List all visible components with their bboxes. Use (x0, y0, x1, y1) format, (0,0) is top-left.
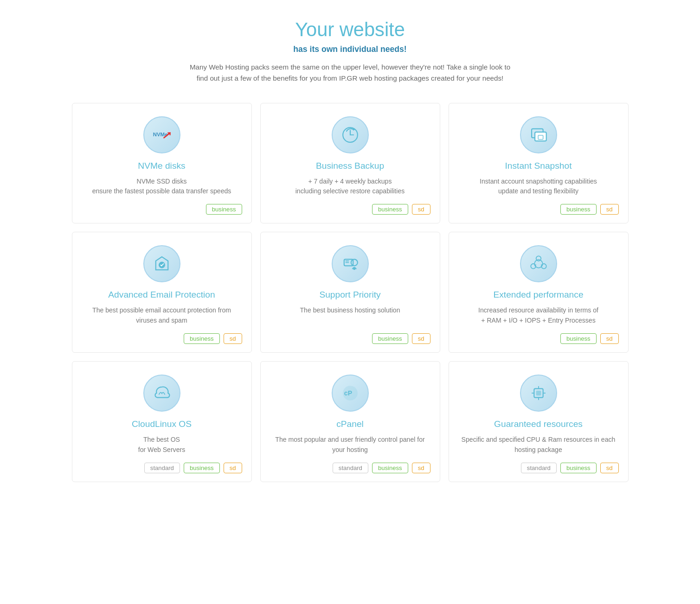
tag-sd[interactable]: sd (412, 204, 430, 215)
card-advanced-email-protection: Advanced Email ProtectionThe best possib… (72, 232, 252, 353)
tag-standard[interactable]: standard (333, 463, 368, 473)
svg-point-8 (353, 267, 355, 270)
email-protection-icon (143, 245, 180, 282)
card-description-cpanel: The most popular and user friendly contr… (270, 435, 430, 455)
card-title-support-priority: Support Priority (319, 290, 380, 300)
card-cpanel: cP cPanelThe most popular and user frien… (260, 361, 440, 482)
card-description-nvme-disks: NVMe SSD disksensure the fastest possibl… (92, 177, 231, 197)
svg-point-10 (536, 256, 541, 261)
svg-text:cP: cP (344, 389, 352, 397)
card-business-backup: Business Backup+ 7 daily + 4 weekly back… (260, 103, 440, 224)
card-support-priority: Support PriorityThe best business hostin… (260, 232, 440, 353)
tag-business[interactable]: business (372, 463, 408, 473)
snapshot-icon (520, 116, 557, 153)
card-tags-nvme-disks: business (82, 204, 242, 215)
card-tags-cloudlinux-os: standardbusinesssd (82, 463, 242, 473)
card-tags-cpanel: standardbusinesssd (270, 463, 430, 473)
card-title-nvme-disks: NVMe disks (138, 161, 185, 171)
backup-icon (332, 116, 369, 153)
support-icon (332, 245, 369, 282)
card-title-extended-performance: Extended performance (493, 290, 583, 300)
card-description-cloudlinux-os: The best OSfor Web Servers (138, 435, 185, 455)
card-title-business-backup: Business Backup (316, 161, 384, 171)
svg-line-14 (541, 265, 541, 265)
card-description-guaranteed-resources: Specific and specified CPU & Ram resourc… (458, 435, 619, 455)
page-description: Many Web Hosting packs seem the same on … (188, 62, 513, 84)
tag-sd[interactable]: sd (600, 463, 619, 473)
card-extended-performance: Extended performanceIncreased resource a… (449, 232, 629, 353)
card-description-support-priority: The best business hosting solution (300, 305, 400, 326)
cloudlinux-icon (143, 375, 180, 412)
card-tags-guaranteed-resources: standardbusinesssd (458, 463, 619, 473)
tag-sd[interactable]: sd (412, 333, 430, 344)
card-description-extended-performance: Increased resource availability in terms… (478, 305, 598, 326)
card-tags-support-priority: businesssd (270, 333, 430, 344)
card-tags-business-backup: businesssd (270, 204, 430, 215)
tag-business[interactable]: business (184, 333, 220, 344)
tag-business[interactable]: business (372, 204, 408, 215)
tag-standard[interactable]: standard (521, 463, 557, 473)
page-subtitle: has its own individual needs! (9, 45, 691, 54)
tag-business[interactable]: business (184, 463, 220, 473)
tag-business[interactable]: business (560, 204, 597, 215)
card-tags-advanced-email-protection: businesssd (82, 333, 242, 344)
tag-sd[interactable]: sd (224, 463, 242, 473)
card-title-instant-snapshot: Instant Snapshot (505, 161, 572, 171)
page-title: Your website (9, 19, 691, 41)
card-title-cpanel: cPanel (336, 419, 364, 429)
nvme-icon: NVMe (143, 116, 180, 153)
svg-rect-19 (536, 391, 541, 396)
card-nvme-disks: NVMe NVMe disksNVMe SSD disksensure the … (72, 103, 252, 224)
card-description-business-backup: + 7 daily + 4 weekly backupsincluding se… (295, 177, 405, 197)
card-title-cloudlinux-os: CloudLinux OS (132, 419, 192, 429)
card-guaranteed-resources: Guaranteed resourcesSpecific and specifi… (449, 361, 629, 482)
page-header: Your website has its own individual need… (9, 19, 691, 84)
cards-grid: NVMe NVMe disksNVMe SSD disksensure the … (72, 103, 629, 482)
card-description-instant-snapshot: Instant account snapshotting capabilitie… (480, 177, 597, 197)
tag-sd[interactable]: sd (224, 333, 242, 344)
performance-icon (520, 245, 557, 282)
card-title-guaranteed-resources: Guaranteed resources (494, 419, 583, 429)
svg-point-7 (351, 260, 357, 266)
tag-business[interactable]: business (560, 333, 597, 344)
card-cloudlinux-os: CloudLinux OSThe best OSfor Web Serverss… (72, 361, 252, 482)
card-title-advanced-email-protection: Advanced Email Protection (108, 290, 215, 300)
tag-sd[interactable]: sd (600, 204, 619, 215)
card-tags-extended-performance: businesssd (458, 333, 619, 344)
tag-business[interactable]: business (372, 333, 408, 344)
cpanel-icon: cP (332, 375, 369, 412)
tag-standard[interactable]: standard (144, 463, 180, 473)
card-instant-snapshot: Instant SnapshotInstant account snapshot… (449, 103, 629, 224)
card-description-advanced-email-protection: The best possible email account protecti… (82, 305, 242, 326)
tag-business[interactable]: business (560, 463, 597, 473)
svg-line-15 (535, 265, 536, 265)
tag-sd[interactable]: sd (600, 333, 619, 344)
card-tags-instant-snapshot: businesssd (458, 204, 619, 215)
tag-business[interactable]: business (206, 204, 242, 215)
resources-icon (520, 375, 557, 412)
tag-sd[interactable]: sd (412, 463, 430, 473)
